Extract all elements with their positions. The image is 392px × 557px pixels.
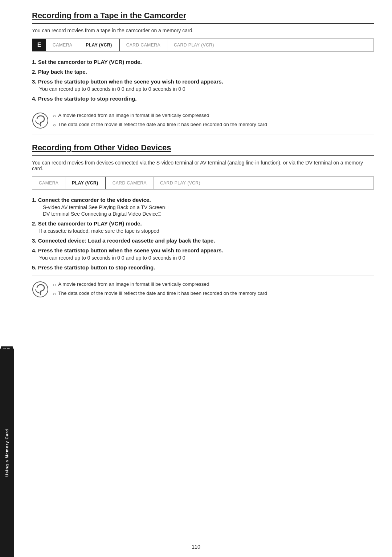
section1-title: Recording from a Tape in the Camcorder	[32, 11, 374, 20]
bullet-1-1: ○	[53, 112, 56, 121]
section1-divider	[32, 23, 374, 24]
step-1-1-heading: 1. Set the camcorder to PLAY (VCR) mode.	[32, 59, 374, 65]
mode-btn-card-play-1[interactable]: CARD PLAY (VCR)	[167, 39, 221, 51]
note-icon-1	[32, 112, 49, 129]
step-2-2: 2. Set the camcorder to PLAY (VCR) mode.…	[32, 220, 374, 234]
note-1-2-text: The data code of the movie ill reflect t…	[58, 121, 267, 129]
mode-btn-camera-2[interactable]: CAMERA	[32, 177, 65, 189]
note-line-1-2: ○ The data code of the movie ill reflect…	[53, 121, 267, 130]
note-2-2-text: The data code of the movie ill reflect t…	[58, 289, 267, 298]
bullet-1-2: ○	[53, 121, 56, 130]
note-text-1: ○ A movie recorded from an image in form…	[53, 111, 267, 130]
note-line-1-1: ○ A movie recorded from an image in form…	[53, 111, 267, 121]
sidebar-label: Using a Memory Card	[5, 429, 9, 477]
note-line-2-1: ○ A movie recorded from an image in form…	[53, 280, 267, 289]
note-line-2-2: ○ The data code of the movie ill reflect…	[53, 289, 267, 298]
step-2-5: 5. Press the start/stop button to stop r…	[32, 264, 374, 271]
step-1-3-body: You can record up to 0 seconds in 0 0 an…	[39, 86, 374, 92]
bullet-2-2: ○	[53, 290, 56, 298]
step-2-1-sub1: S-video AV terminal See Playing Back on …	[43, 204, 374, 210]
mode-bar-1: E CAMERA PLAY (VCR) CARD CAMERA CARD PLA…	[32, 38, 374, 52]
note-1-1-text: A movie recorded from an image in format…	[58, 111, 209, 120]
main-content: Recording from a Tape in the Camcorder Y…	[14, 0, 392, 557]
step-1-2-text: Play back the tape.	[38, 69, 87, 75]
note-text-2: ○ A movie recorded from an image in form…	[53, 280, 267, 298]
step-2-1: 1. Connect the camcorder to the video de…	[32, 197, 374, 217]
section2-title: Recording from Other Video Devices	[32, 143, 374, 153]
step-1-2-heading: 2. Play back the tape.	[32, 69, 374, 75]
section2-subtitle: You can record movies from devices conne…	[32, 160, 374, 171]
step-2-4-body: You can record up to 0 seconds in 0 0 an…	[39, 255, 374, 261]
step-2-3-heading: 3. Connected device: Load a recorded cas…	[32, 237, 374, 244]
step-2-1-sub2: DV terminal See Connecting a Digital Vid…	[43, 211, 374, 217]
note-icon-2	[32, 281, 49, 298]
note-box-2: ○ A movie recorded from an image in form…	[32, 276, 374, 303]
sidebar: Using a Memory Card	[0, 349, 14, 557]
step-2-4-text: Press the start/stop button when the sce…	[38, 247, 223, 253]
step-1-3-text: Press the start/stop button when the sce…	[38, 78, 223, 85]
step-2-5-heading: 5. Press the start/stop button to stop r…	[32, 264, 374, 271]
note-box-1: ○ A movie recorded from an image in form…	[32, 107, 374, 134]
step-2-2-heading: 2. Set the camcorder to PLAY (VCR) mode.	[32, 220, 374, 227]
section1-subtitle: You can record movies from a tape in the…	[32, 28, 374, 33]
step-2-3-text: Connected device: Load a recorded casset…	[38, 237, 215, 244]
step-2-5-text: Press the start/stop button to stop reco…	[38, 264, 155, 271]
step-1-1-text: Set the camcorder to PLAY (VCR) mode.	[38, 59, 142, 65]
mode-btn-play-vcr-1[interactable]: PLAY (VCR)	[79, 39, 119, 51]
mode-btn-play-vcr-2[interactable]: PLAY (VCR)	[65, 177, 105, 189]
step-2-1-text: Connect the camcorder to the video devic…	[38, 197, 151, 203]
mode-btn-card-camera-1[interactable]: CARD CAMERA	[120, 39, 167, 51]
step-1-1: 1. Set the camcorder to PLAY (VCR) mode.	[32, 59, 374, 65]
step-2-4: 4. Press the start/stop button when the …	[32, 247, 374, 261]
section2-divider	[32, 155, 374, 156]
step-2-2-body: If a cassette is loaded, make sure the t…	[39, 228, 374, 234]
mode-bar-2: CAMERA PLAY (VCR) CARD CAMERA CARD PLAY …	[32, 176, 374, 190]
step-2-3: 3. Connected device: Load a recorded cas…	[32, 237, 374, 244]
step-1-4-text: Press the start/stop to stop recording.	[38, 95, 137, 102]
step-2-2-text: Set the camcorder to PLAY (VCR) mode.	[38, 220, 142, 227]
note-2-1-text: A movie recorded from an image in format…	[58, 280, 209, 289]
page-number: 110	[192, 544, 200, 550]
mode-btn-camera-1[interactable]: CAMERA	[46, 39, 79, 51]
bullet-2-1: ○	[53, 281, 56, 289]
step-1-2: 2. Play back the tape.	[32, 69, 374, 75]
mode-btn-card-camera-2[interactable]: CARD CAMERA	[106, 177, 154, 189]
step-1-4-heading: 4. Press the start/stop to stop recordin…	[32, 95, 374, 102]
step-2-4-heading: 4. Press the start/stop button when the …	[32, 247, 374, 253]
step-1-3-heading: 3. Press the start/stop button when the …	[32, 78, 374, 85]
mode-label-e: E	[32, 39, 46, 51]
step-1-4: 4. Press the start/stop to stop recordin…	[32, 95, 374, 102]
mode-btn-card-play-2[interactable]: CARD PLAY (VCR)	[154, 177, 207, 189]
step-2-1-heading: 1. Connect the camcorder to the video de…	[32, 197, 374, 203]
step-1-3: 3. Press the start/stop button when the …	[32, 78, 374, 92]
